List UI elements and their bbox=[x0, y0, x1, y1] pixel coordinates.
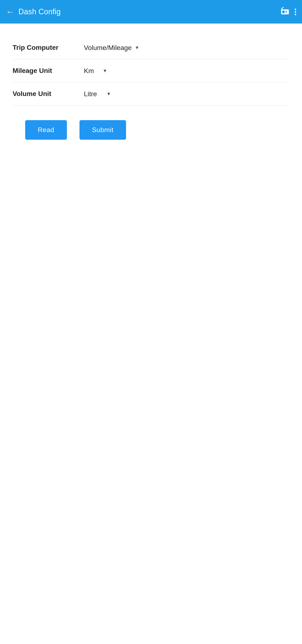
app-bar: ← Dash Config bbox=[0, 0, 302, 24]
svg-point-2 bbox=[286, 11, 287, 12]
svg-rect-0 bbox=[281, 9, 289, 14]
trip-computer-control[interactable]: Volume/Mileage Volume Mileage bbox=[84, 44, 290, 52]
app-bar-left: ← Dash Config bbox=[6, 7, 61, 16]
trip-computer-select-wrapper[interactable]: Volume/Mileage Volume Mileage bbox=[84, 44, 139, 52]
volume-unit-select-wrapper[interactable]: Litre Gallon bbox=[84, 90, 111, 98]
trip-computer-select[interactable]: Volume/Mileage Volume Mileage bbox=[84, 44, 139, 52]
mileage-unit-select-wrapper[interactable]: Km Miles bbox=[84, 67, 107, 74]
read-button[interactable]: Read bbox=[25, 120, 67, 140]
svg-rect-1 bbox=[282, 10, 285, 13]
radio-icon[interactable] bbox=[280, 6, 290, 18]
trip-computer-row: Trip Computer Volume/Mileage Volume Mile… bbox=[12, 36, 290, 59]
mileage-unit-select[interactable]: Km Miles bbox=[84, 67, 107, 74]
submit-button[interactable]: Submit bbox=[79, 120, 126, 140]
app-bar-title: Dash Config bbox=[18, 7, 61, 16]
volume-unit-row: Volume Unit Litre Gallon bbox=[12, 82, 290, 106]
volume-unit-label: Volume Unit bbox=[12, 90, 84, 98]
volume-unit-select[interactable]: Litre Gallon bbox=[84, 90, 111, 98]
mileage-unit-label: Mileage Unit bbox=[12, 67, 84, 74]
more-options-icon[interactable] bbox=[295, 8, 296, 15]
buttons-row: Read Submit bbox=[12, 106, 290, 148]
svg-line-3 bbox=[281, 7, 284, 9]
content-area: Trip Computer Volume/Mileage Volume Mile… bbox=[0, 24, 302, 644]
app-bar-right bbox=[280, 6, 296, 18]
trip-computer-label: Trip Computer bbox=[12, 44, 84, 52]
mileage-unit-row: Mileage Unit Km Miles bbox=[12, 59, 290, 82]
mileage-unit-control[interactable]: Km Miles bbox=[84, 67, 290, 74]
volume-unit-control[interactable]: Litre Gallon bbox=[84, 90, 290, 98]
back-icon[interactable]: ← bbox=[6, 8, 14, 16]
